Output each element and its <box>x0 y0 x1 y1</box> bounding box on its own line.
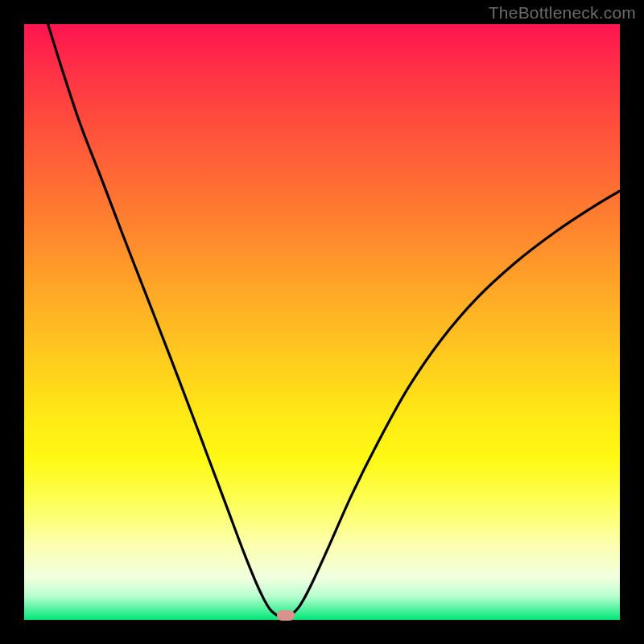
chart-stage: TheBottleneck.com <box>0 0 644 644</box>
curve-path <box>48 24 620 617</box>
bottleneck-curve <box>24 24 620 620</box>
watermark-text: TheBottleneck.com <box>489 3 636 23</box>
plot-area <box>24 24 620 620</box>
optimal-marker <box>277 610 295 621</box>
